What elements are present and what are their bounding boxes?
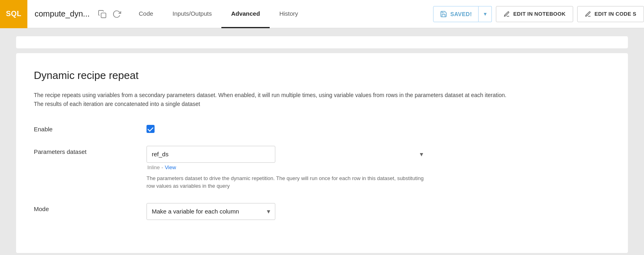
saved-dropdown-button[interactable]: ▼ xyxy=(479,6,492,22)
edit-code-button[interactable]: EDIT IN CODE S xyxy=(577,6,644,22)
dataset-select[interactable]: ref_ds xyxy=(147,146,275,163)
edit-code-label: EDIT IN CODE S xyxy=(594,11,636,17)
topbar: SQL compute_dyn... Code Inputs/Outputs A… xyxy=(0,0,644,28)
card-description: The recipe repeats using variables from … xyxy=(34,91,517,109)
mode-select-container: Make a variable for each column Use a si… xyxy=(147,203,275,220)
mode-control: Make a variable for each column Use a si… xyxy=(147,203,428,220)
recipe-title: compute_dyn... xyxy=(35,9,90,19)
copy-icon[interactable] xyxy=(96,8,108,20)
tab-inputs-outputs[interactable]: Inputs/Outputs xyxy=(163,0,222,28)
enable-label: Enable xyxy=(34,123,147,133)
topbar-right: SAVED! ▼ EDIT IN NOTEBOOK EDIT IN CODE S xyxy=(433,6,644,22)
dataset-help-text: The parameters dataset to drive the dyna… xyxy=(147,174,428,190)
params-dataset-label: Parameters dataset xyxy=(34,146,147,155)
svg-rect-0 xyxy=(101,13,106,18)
tab-code[interactable]: Code xyxy=(129,0,163,28)
dataset-sub-row: Inline - View xyxy=(147,164,428,170)
enable-control xyxy=(147,123,428,133)
main-content: Dynamic recipe repeat The recipe repeats… xyxy=(0,28,644,255)
save-icon xyxy=(440,10,447,18)
edit-notebook-label: EDIT IN NOTEBOOK xyxy=(513,11,566,17)
dataset-select-container: ref_ds ▼ xyxy=(147,146,428,163)
enable-row: Enable xyxy=(34,123,610,133)
sql-logo-text: SQL xyxy=(6,10,22,18)
enable-checkbox[interactable] xyxy=(147,125,155,133)
nav-tabs: Code Inputs/Outputs Advanced History xyxy=(129,0,308,28)
dataset-inline-text: Inline xyxy=(147,164,160,170)
pencil-code-icon xyxy=(585,11,591,17)
chevron-down-icon: ▼ xyxy=(483,11,487,17)
tab-history[interactable]: History xyxy=(270,0,308,28)
dataset-view-link[interactable]: View xyxy=(165,164,176,170)
mode-row: Mode Make a variable for each column Use… xyxy=(34,203,610,220)
topbar-icons xyxy=(96,8,123,20)
mode-select[interactable]: Make a variable for each column Use a si… xyxy=(147,203,275,220)
sql-logo: SQL xyxy=(0,0,27,28)
dynamic-recipe-card: Dynamic recipe repeat The recipe repeats… xyxy=(16,53,628,253)
dataset-select-arrow-icon: ▼ xyxy=(419,151,424,158)
edit-notebook-button[interactable]: EDIT IN NOTEBOOK xyxy=(496,6,573,22)
params-dataset-row: Parameters dataset ref_ds ▼ Inline - Vie… xyxy=(34,146,610,190)
pencil-notebook-icon xyxy=(504,11,510,17)
tab-advanced[interactable]: Advanced xyxy=(221,0,270,28)
saved-button[interactable]: SAVED! xyxy=(433,6,479,22)
mode-label: Mode xyxy=(34,203,147,212)
card-title: Dynamic recipe repeat xyxy=(34,69,610,82)
top-partial-card xyxy=(16,36,628,48)
saved-label: SAVED! xyxy=(450,11,472,17)
params-dataset-control: ref_ds ▼ Inline - View The parameters da… xyxy=(147,146,428,190)
refresh-icon[interactable] xyxy=(111,8,123,20)
dataset-separator: - xyxy=(161,164,163,170)
enable-checkbox-wrapper xyxy=(147,125,428,133)
